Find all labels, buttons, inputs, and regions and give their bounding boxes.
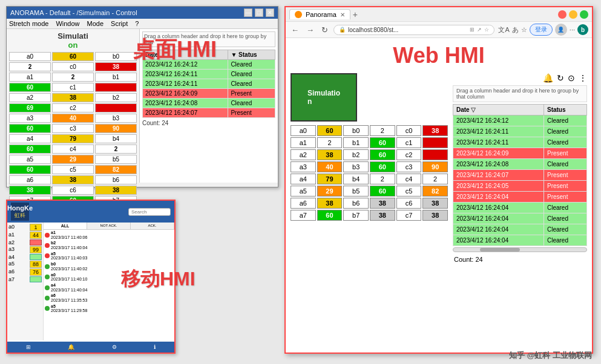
desktop-hmi-window: ANORAMA - Default - /Simu/main - Control… [6, 6, 278, 187]
desktop-sim-label: a6 [9, 175, 51, 184]
favorites-icon[interactable]: ☆ [521, 26, 527, 34]
menu-script[interactable]: Script [111, 20, 128, 27]
web-alarm-row: 2023/4/12 16:24:04Cleared [453, 235, 587, 246]
read-mode-icon[interactable]: 文A [498, 25, 509, 34]
mobile-alarm-text: a12023/3/17 11:40:06 [51, 230, 87, 239]
desktop-sim-val: 29 [52, 155, 94, 164]
desktop-sim-label: c6 [52, 186, 94, 195]
refresh-button[interactable]: ↻ [320, 25, 330, 35]
desktop-sim-val: 90 [95, 124, 137, 133]
star-icon[interactable]: ☆ [484, 27, 489, 33]
desktop-alarm-date: 2023/4/12 16:24:09 [143, 89, 228, 99]
filter-icon[interactable]: ▽ [471, 106, 476, 113]
titlebar-buttons: — □ ✕ [244, 8, 274, 17]
minimize-button[interactable]: — [244, 8, 252, 17]
web-scrollbar[interactable] [453, 247, 587, 252]
refresh-alarm-icon[interactable]: ↻ [557, 73, 564, 83]
login-button[interactable]: 登录 [530, 24, 553, 36]
user-avatar[interactable]: 👤 [555, 24, 567, 36]
desktop-sim-val: 38 [9, 186, 51, 195]
desktop-sim-val: 38 [95, 62, 137, 71]
web-sim-cell: a5 [291, 186, 316, 197]
web-sim-panel: Simulation a060b02c038a12b160c1a238b260c… [291, 73, 448, 350]
mobile-left-row: a2 [8, 239, 42, 245]
web-alarm-status: Cleared [544, 224, 586, 235]
mobile-tab-all[interactable]: ALL [44, 223, 87, 229]
browser-tab-close-icon[interactable]: ✕ [340, 11, 345, 18]
mobile-alarm-text: a62023/3/17 11:35:53 [51, 293, 87, 302]
mobile-cell-val [30, 276, 42, 282]
web-sim-cell: c5 [396, 186, 422, 197]
menu-mode[interactable]: Mode [87, 20, 104, 27]
mobile-tabs: ALL NOT ACK. ACK. [44, 223, 174, 230]
mobile-alarm-text: a02023/3/17 11:40:10 [51, 273, 87, 282]
web-sim-cell: a3 [291, 161, 316, 172]
close-button[interactable]: ✕ [266, 8, 274, 17]
browser-close-button[interactable] [558, 10, 567, 19]
menu-stretch-mode[interactable]: Stretch mode [9, 20, 48, 27]
mobile-search-input[interactable] [128, 208, 171, 216]
browser-window-controls [558, 10, 588, 19]
maximize-button[interactable]: □ [255, 8, 263, 17]
menu-help[interactable]: ? [135, 20, 139, 27]
more-alarm-icon[interactable]: ⋮ [579, 73, 587, 83]
mobile-alarm-dot [45, 306, 50, 311]
address-bar[interactable]: 🔒 localhost:8080/st... ⊞ ↗ ☆ [333, 25, 494, 35]
mobile-cell-val: 44 [30, 232, 42, 239]
web-sim-cell [422, 137, 448, 148]
desktop-alarm-date: 2023/4/12 16:24:12 [143, 60, 228, 70]
translate-icon[interactable]: あ [512, 25, 519, 34]
mobile-tab-ack[interactable]: ACK. [131, 223, 174, 229]
menu-window[interactable]: Window [56, 20, 79, 27]
browser-tab-favicon [295, 11, 302, 18]
mobile-alarm-dot [45, 243, 50, 248]
web-alarm-date: 2023/4/12 16:24:04 [453, 203, 544, 213]
desktop-alarm-row: 2023/4/12 16:24:08Cleared [143, 99, 275, 108]
mobile-footer-alarm-icon[interactable]: 🔔 [68, 344, 74, 350]
mobile-alarm-text: a42023/3/17 11:40:04 [51, 283, 87, 292]
mobile-footer-info-icon[interactable]: ℹ [154, 344, 156, 350]
web-sim-cell: c3 [396, 161, 422, 172]
web-sim-cell: a0 [291, 125, 316, 136]
desktop-sim-val: 38 [52, 93, 94, 102]
back-button[interactable]: ← [289, 25, 301, 35]
desktop-sim-val: 60 [9, 145, 51, 154]
browser-minimize-button[interactable] [569, 10, 577, 19]
browser-maximize-button[interactable] [580, 10, 588, 19]
mobile-content: a01a144a2a399a4a588a676a7 ALL NOT ACK. A… [7, 223, 174, 340]
mobile-footer-settings-icon[interactable]: ⚙ [112, 344, 117, 350]
desktop-alarm-status: Cleared [228, 70, 275, 79]
web-sim-cell: c2 [396, 149, 422, 160]
web-sim-image: Simulation [291, 73, 357, 122]
desktop-sim-val: 2 [95, 145, 137, 154]
desktop-sim-label: b2 [95, 93, 137, 102]
bookmark-icon[interactable]: ⊞ [470, 27, 475, 33]
web-sim-cell: 38 [370, 210, 395, 221]
web-sim-cell: b7 [343, 210, 369, 221]
desktop-titlebar: ANORAMA - Default - /Simu/main - Control… [7, 7, 278, 19]
web-alarm-status: Cleared [544, 159, 586, 170]
web-sim-cell: b2 [343, 149, 369, 160]
mobile-alarm-list: a12023/3/17 11:40:06 b22023/3/17 11:40:0… [44, 230, 174, 315]
mobile-cell-label: a1 [8, 232, 15, 239]
web-sim-cell: 60 [370, 186, 395, 197]
web-alarm-date: 2023/4/12 16:24:04 [453, 213, 544, 224]
mobile-footer-home-icon[interactable]: ⊞ [26, 344, 31, 350]
new-tab-button[interactable]: + [350, 10, 360, 19]
desktop-sim-label: c2 [52, 103, 94, 112]
forward-button[interactable]: → [304, 25, 316, 35]
desktop-sim-val: 69 [9, 103, 51, 112]
desktop-alarm-date: 2023/4/12 16:24:08 [143, 99, 228, 108]
mobile-left-grid: a01a144a2a399a4a588a676a7 [7, 223, 44, 340]
web-hmi-content: Web HMI Simulation a060b02c038a12b160c1a… [286, 38, 592, 353]
nav-actions: 文A あ ☆ 登录 👤 ··· b [498, 24, 588, 36]
bell-icon[interactable]: 🔔 [543, 73, 553, 83]
desktop-sim-grid: a060b02c038a12b160c1a238b269c2a340b360c3… [9, 52, 137, 215]
bing-icon[interactable]: b [577, 24, 588, 35]
web-col-date: Date ▽ [453, 105, 544, 115]
browser-tab[interactable]: Panorama ✕ [289, 9, 350, 19]
alarm-settings-icon[interactable]: ⊙ [568, 73, 575, 83]
more-options-icon[interactable]: ··· [570, 26, 575, 33]
share-icon[interactable]: ↗ [477, 27, 482, 33]
mobile-tab-not-ack[interactable]: NOT ACK. [87, 223, 131, 229]
